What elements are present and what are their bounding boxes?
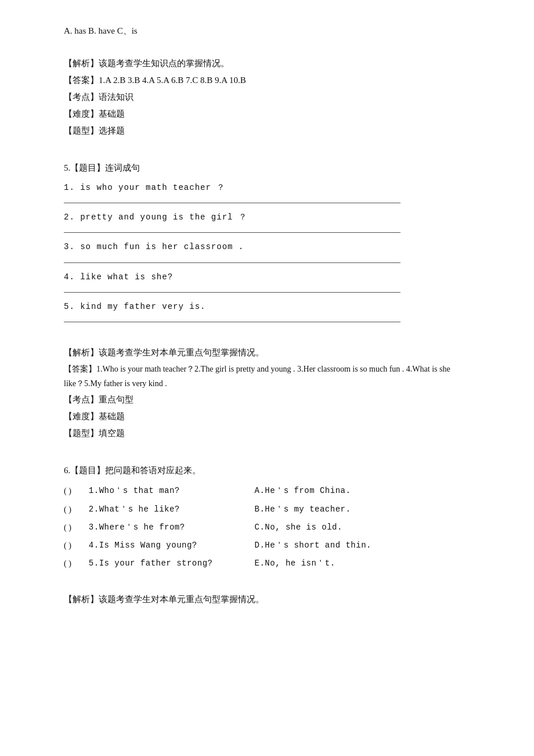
matching-row-2: ( ) 2.What＇s he like? B.He＇s my teacher.	[64, 501, 470, 519]
nandu2-text: 【难度】基础题	[64, 412, 125, 421]
matching-table: ( ) 1.Who＇s that man? A.He＇s from China.…	[64, 482, 470, 573]
options-text: A. has B. have C、is	[64, 26, 138, 35]
underline-1	[64, 197, 400, 203]
analysis2-nandu: 【难度】基础题	[64, 409, 470, 424]
analysis2-jiexi: 【解析】该题考查学生对本单元重点句型掌握情况。	[64, 345, 470, 361]
sentence-3: 3. so much fun is her classroom .	[64, 240, 470, 254]
answer-5: E.No, he isn＇t.	[255, 555, 470, 573]
answer-2: B.He＇s my teacher.	[255, 501, 470, 519]
daan1-text: 【答案】1.A 2.B 3.B 4.A 5.A 6.B 7.C 8.B 9.A …	[64, 75, 246, 85]
options-line: A. has B. have C、is	[64, 23, 470, 39]
nandu1-text: 【难度】基础题	[64, 109, 125, 118]
question-2: 2.What＇s he like?	[89, 501, 255, 519]
kaodian1-text: 【考点】语法知识	[64, 92, 134, 102]
analysis2-tixing: 【题型】填空题	[64, 426, 470, 441]
analysis1-nandu: 【难度】基础题	[64, 106, 470, 122]
matching-row-3: ( ) 3.Where＇s he from? C.No, she is old.	[64, 519, 470, 537]
tixing2-text: 【题型】填空题	[64, 429, 125, 438]
sentence-5: 5. kind my father very is.	[64, 300, 470, 314]
jiexi1-text: 【解析】该题考查学生知识点的掌握情况。	[64, 59, 229, 68]
sentence-1: 1. is who your math teacher ？	[64, 181, 470, 195]
sentence-4: 4. like what is she?	[64, 270, 470, 285]
analysis2-daan: 【答案】1.Who is your math teacher？2.The gir…	[64, 362, 470, 391]
analysis2-kaodian: 【考点】重点句型	[64, 392, 470, 408]
matching-row-4: ( ) 4.Is Miss Wang young? D.He＇s short a…	[64, 537, 470, 555]
analysis1-daan: 【答案】1.A 2.B 3.B 4.A 5.A 6.B 7.C 8.B 9.A …	[64, 73, 470, 88]
question-5: 5.Is your father strong?	[89, 555, 255, 573]
answer-3: C.No, she is old.	[255, 519, 470, 537]
matching-row-5: ( ) 5.Is your father strong? E.No, he is…	[64, 555, 470, 573]
q5-sentences: 1. is who your math teacher ？ 2. pretty …	[64, 181, 470, 322]
bracket-1: ( )	[64, 482, 89, 500]
analysis3-jiexi: 【解析】该题考查学生对本单元重点句型掌握情况。	[64, 592, 470, 607]
bracket-5: ( )	[64, 555, 89, 573]
bracket-2: ( )	[64, 501, 89, 519]
q5-title: 5.【题目】连词成句	[64, 160, 470, 176]
answer-1: A.He＇s from China.	[255, 482, 470, 500]
underline-3	[64, 257, 400, 263]
jiexi3-text: 【解析】该题考查学生对本单元重点句型掌握情况。	[64, 595, 264, 604]
q6-title: 6.【题目】把问题和答语对应起来。	[64, 463, 470, 478]
question-1: 1.Who＇s that man?	[89, 482, 255, 500]
analysis1-kaodian: 【考点】语法知识	[64, 89, 470, 105]
answer-4: D.He＇s short and thin.	[255, 537, 470, 555]
q6-title-text: 6.【题目】把问题和答语对应起来。	[64, 466, 201, 475]
q5-title-text: 5.【题目】连词成句	[64, 163, 140, 172]
bracket-4: ( )	[64, 537, 89, 555]
kaodian2-text: 【考点】重点句型	[64, 395, 134, 404]
sentence-2: 2. pretty and young is the girl ？	[64, 210, 470, 225]
daan2-text: 【答案】1.Who is your math teacher？2.The gir…	[64, 365, 450, 388]
analysis1-jiexi: 【解析】该题考查学生知识点的掌握情况。	[64, 56, 470, 71]
matching-row-1: ( ) 1.Who＇s that man? A.He＇s from China.	[64, 482, 470, 500]
question-4: 4.Is Miss Wang young?	[89, 537, 255, 555]
underline-4	[64, 287, 400, 293]
analysis1-tixing: 【题型】选择题	[64, 123, 470, 139]
tixing1-text: 【题型】选择题	[64, 126, 125, 135]
underline-5	[64, 316, 400, 322]
underline-2	[64, 227, 400, 233]
question-3: 3.Where＇s he from?	[89, 519, 255, 537]
jiexi2-text: 【解析】该题考查学生对本单元重点句型掌握情况。	[64, 348, 264, 357]
bracket-3: ( )	[64, 519, 89, 537]
